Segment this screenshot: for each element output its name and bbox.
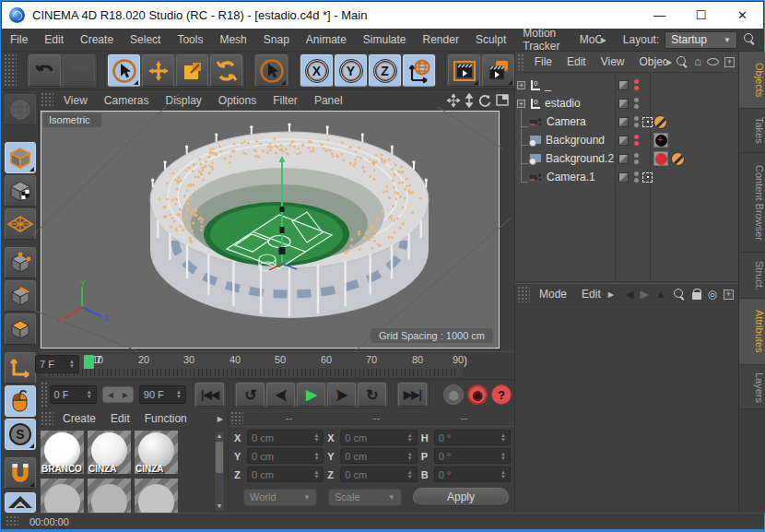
- visibility-dots[interactable]: [634, 135, 639, 146]
- add-panel-icon[interactable]: +: [724, 57, 735, 67]
- material-tile-partial[interactable]: [88, 479, 131, 514]
- tab-struct[interactable]: Struct.: [739, 253, 765, 299]
- spinner-arrows-icon[interactable]: ▲ ▼: [69, 360, 75, 369]
- enable-axis-button[interactable]: [5, 352, 36, 384]
- menu-sculpt[interactable]: Sculpt: [467, 33, 514, 46]
- material-tile-cinza-1[interactable]: CINZA: [88, 431, 131, 474]
- materials-grip[interactable]: [41, 411, 53, 426]
- parent-object-icon[interactable]: ▲: [655, 288, 666, 301]
- spinner-arrows-icon[interactable]: ▲ ▼: [87, 390, 92, 399]
- x-axis-lock-button[interactable]: X: [300, 54, 333, 87]
- preview-end-marker[interactable]: ): [464, 354, 467, 367]
- material-tag-black[interactable]: [653, 133, 668, 148]
- add-panel-icon[interactable]: +: [724, 290, 734, 300]
- materials-menu-function[interactable]: Function: [137, 412, 194, 425]
- size-x-field[interactable]: 0 cm▲ ▼: [340, 430, 417, 445]
- objects-menu-view[interactable]: View: [594, 55, 632, 68]
- scale-tool-button[interactable]: [176, 54, 208, 87]
- autokey-button[interactable]: ◉: [467, 384, 488, 405]
- menu-motion-tracker[interactable]: Motion Tracker: [514, 27, 571, 53]
- attributes-grip[interactable]: [517, 286, 530, 302]
- model-mode-button[interactable]: [5, 175, 36, 207]
- rotate-tool-button[interactable]: [210, 54, 242, 87]
- move-tool-button[interactable]: [142, 54, 174, 87]
- make-editable-button[interactable]: [5, 142, 36, 173]
- menu-snap[interactable]: Snap: [255, 33, 298, 46]
- z-axis-lock-button[interactable]: Z: [369, 54, 401, 87]
- magnet-snapping-button[interactable]: [5, 457, 36, 489]
- camera-target-icon[interactable]: [642, 117, 653, 127]
- object-row-underscore[interactable]: + 0 _: [515, 76, 738, 94]
- attributes-menu-edit[interactable]: Edit: [574, 288, 608, 301]
- next-frame-button[interactable]: ▶: [118, 387, 133, 402]
- deformer-tool-button[interactable]: [5, 94, 36, 125]
- object-name[interactable]: Camera.1: [547, 171, 595, 183]
- objects-menu-overflow-arrow[interactable]: ▶: [666, 58, 676, 66]
- objects-menu-file[interactable]: File: [527, 55, 559, 68]
- menu-edit[interactable]: Edit: [36, 33, 72, 46]
- help-button[interactable]: ?: [491, 384, 512, 405]
- visibility-dots[interactable]: [634, 79, 639, 90]
- layer-color-icon[interactable]: [618, 117, 629, 127]
- viewport-camera-label[interactable]: Isometric: [43, 113, 101, 127]
- record-keyframe-button[interactable]: ⬤: [443, 384, 464, 405]
- play-loop-button[interactable]: ↻: [358, 383, 386, 407]
- viewport-menu-display[interactable]: Display: [157, 94, 209, 107]
- materials-menu-create[interactable]: Create: [55, 412, 103, 425]
- tab-takes[interactable]: Takes: [739, 109, 765, 153]
- objects-grip[interactable]: [517, 53, 525, 70]
- menu-mesh[interactable]: Mesh: [211, 33, 254, 46]
- materials-menu-edit[interactable]: Edit: [103, 412, 137, 425]
- timeline-playhead[interactable]: [84, 355, 94, 369]
- rot-h-field[interactable]: 0 °▲ ▼: [434, 430, 511, 445]
- pan-view-icon[interactable]: [447, 94, 460, 107]
- path-filter-icon[interactable]: [707, 58, 719, 65]
- material-tag-red[interactable]: [653, 151, 668, 166]
- visibility-dots[interactable]: [634, 171, 639, 183]
- prev-frame-button[interactable]: ◀: [103, 387, 118, 402]
- tab-content-browser[interactable]: Content Browser: [739, 153, 765, 253]
- visibility-dots[interactable]: [634, 153, 639, 164]
- layer-color-icon[interactable]: [618, 136, 629, 146]
- search-icon[interactable]: [673, 288, 686, 301]
- viewport-menu-view[interactable]: View: [55, 94, 96, 107]
- undo-button[interactable]: [29, 54, 61, 87]
- spinner-arrows-icon[interactable]: ▲ ▼: [176, 390, 182, 399]
- scrollbar-thumb[interactable]: [216, 442, 223, 473]
- rot-p-field[interactable]: 0 °▲ ▼: [434, 448, 511, 464]
- pos-x-field[interactable]: 0 cm▲ ▼: [247, 430, 324, 445]
- y-axis-lock-button[interactable]: Y: [335, 54, 367, 87]
- next-key-button[interactable]: )▶: [327, 383, 356, 407]
- workplane-button[interactable]: [5, 492, 36, 513]
- history-back-icon[interactable]: ◀: [625, 288, 633, 301]
- expand-icon[interactable]: +: [517, 100, 525, 108]
- size-y-field[interactable]: 0 cm▲ ▼: [340, 448, 417, 464]
- menu-tools[interactable]: Tools: [169, 33, 211, 46]
- viewport-menu-options[interactable]: Options: [210, 94, 265, 107]
- coordinate-system-button[interactable]: [403, 54, 435, 87]
- lock-icon[interactable]: [692, 292, 701, 300]
- layer-color-icon[interactable]: [618, 172, 629, 183]
- viewport-menu-filter[interactable]: Filter: [265, 94, 306, 107]
- zoom-view-icon[interactable]: [465, 94, 474, 107]
- objects-menu-edit[interactable]: Edit: [559, 55, 594, 68]
- maximize-button[interactable]: ☐: [680, 2, 722, 29]
- materials-scrollbar[interactable]: ▲ ▼: [214, 431, 225, 512]
- current-frame-field[interactable]: 7 F ▲ ▼: [35, 355, 79, 373]
- pos-z-field[interactable]: 0 cm▲ ▼: [247, 467, 324, 482]
- scroll-down-icon[interactable]: ▼: [215, 502, 224, 511]
- tab-attributes[interactable]: Attributes: [739, 299, 765, 365]
- render-view-button[interactable]: [448, 54, 480, 87]
- menu-render[interactable]: Render: [415, 33, 467, 46]
- object-name[interactable]: Camera: [547, 115, 586, 128]
- coords-grip[interactable]: [230, 411, 243, 424]
- object-row-background-2[interactable]: Background.2: [515, 149, 738, 168]
- render-to-picture-viewer-button[interactable]: [482, 54, 514, 87]
- menu-create[interactable]: Create: [72, 33, 122, 46]
- history-forward-icon[interactable]: ▶: [640, 288, 648, 301]
- search-icon[interactable]: [743, 32, 756, 45]
- viewport-grip[interactable]: [41, 92, 53, 108]
- menu-file[interactable]: File: [2, 33, 36, 46]
- home-icon[interactable]: ⌂: [694, 56, 701, 67]
- visibility-dots[interactable]: [634, 98, 639, 109]
